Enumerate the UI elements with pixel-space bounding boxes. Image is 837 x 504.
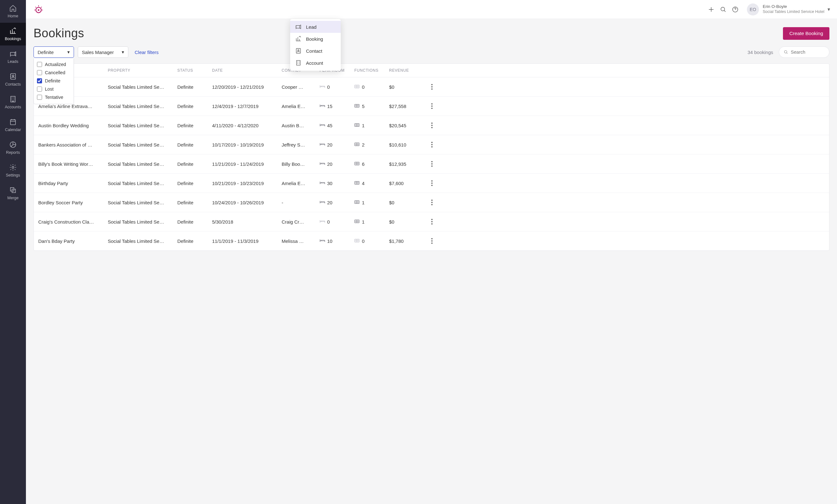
- leads-icon: [9, 50, 17, 57]
- cell-name: Craig's Construction Cla…: [38, 219, 108, 225]
- col-status[interactable]: STATUS: [177, 68, 212, 73]
- status-option[interactable]: Actualized: [37, 60, 71, 69]
- row-menu-button[interactable]: [424, 142, 440, 148]
- clear-filters-link[interactable]: Clear filters: [135, 50, 159, 55]
- status-option[interactable]: Tentative: [37, 93, 71, 101]
- table-row[interactable]: … Will Be …Social Tables Limited Se…Defi…: [34, 77, 829, 97]
- reports-icon: [9, 141, 17, 148]
- col-property[interactable]: PROPERTY: [108, 68, 177, 73]
- status-option-checkbox[interactable]: [37, 78, 42, 83]
- cell-peak-room: 45: [320, 123, 354, 128]
- cell-functions: 4: [354, 181, 389, 186]
- sidebar-item-label: Settings: [6, 173, 20, 178]
- col-date[interactable]: DATE: [212, 68, 282, 73]
- row-menu-button[interactable]: [424, 180, 440, 186]
- table-search-input[interactable]: [791, 50, 825, 55]
- status-option[interactable]: Definite: [37, 77, 71, 85]
- cell-property: Social Tables Limited Se…: [108, 219, 177, 225]
- cell-contact: Amelia E…: [282, 104, 320, 109]
- sidebar-item-contacts[interactable]: Contacts: [0, 68, 26, 91]
- svg-point-37: [431, 146, 432, 148]
- status-option[interactable]: Lost: [37, 85, 71, 93]
- cell-property: Social Tables Limited Se…: [108, 181, 177, 186]
- sidebar-item-leads[interactable]: Leads: [0, 45, 26, 68]
- svg-point-1: [12, 75, 14, 77]
- status-option-checkbox[interactable]: [37, 87, 42, 92]
- sidebar-item-merge[interactable]: Merge: [0, 182, 26, 205]
- row-menu-button[interactable]: [424, 199, 440, 206]
- bed-icon: [320, 142, 325, 147]
- table-row[interactable]: Austin Bordley WeddingSocial Tables Limi…: [34, 116, 829, 135]
- contact-icon: [295, 48, 302, 54]
- row-menu-button[interactable]: [424, 161, 440, 167]
- row-menu-button[interactable]: [424, 238, 440, 244]
- svg-point-43: [431, 180, 432, 182]
- sidebar-item-settings[interactable]: Settings: [0, 159, 26, 182]
- search-button[interactable]: [717, 3, 729, 16]
- svg-point-23: [431, 84, 432, 85]
- cell-contact: Amelia E…: [282, 181, 320, 186]
- table-search[interactable]: [779, 46, 830, 58]
- cell-functions: 0: [354, 238, 389, 244]
- svg-point-47: [431, 200, 432, 201]
- table-row[interactable]: Craig's Construction Cla…Social Tables L…: [34, 212, 829, 231]
- grid-icon: [354, 123, 360, 127]
- add-menu-account[interactable]: Account: [290, 57, 341, 69]
- status-option[interactable]: Cancelled: [37, 69, 71, 77]
- sidebar-item-bookings[interactable]: Bookings: [0, 23, 26, 45]
- add-menu-contact[interactable]: Contact: [290, 45, 341, 57]
- svg-point-39: [431, 161, 432, 162]
- sidebar-item-accounts[interactable]: Accounts: [0, 91, 26, 114]
- sidebar: Home Bookings Leads Contacts Accounts Ca…: [0, 0, 26, 504]
- row-menu-button[interactable]: [424, 84, 440, 90]
- sidebar-item-reports[interactable]: Reports: [0, 136, 26, 159]
- status-option-checkbox[interactable]: [37, 70, 42, 75]
- add-menu-booking[interactable]: Booking: [290, 33, 341, 45]
- svg-point-28: [431, 106, 432, 107]
- row-menu-button[interactable]: [424, 122, 440, 129]
- row-menu-button[interactable]: [424, 219, 440, 225]
- create-booking-button[interactable]: Create Booking: [783, 27, 830, 40]
- add-menu-item-label: Lead: [306, 24, 316, 30]
- table-row[interactable]: Birthday PartySocial Tables Limited Se…D…: [34, 174, 829, 193]
- svg-point-41: [431, 166, 432, 167]
- help-button[interactable]: [729, 3, 741, 16]
- status-option-checkbox[interactable]: [37, 62, 42, 67]
- cell-date: 10/17/2019 - 10/19/2019: [212, 142, 282, 148]
- svg-point-31: [431, 123, 432, 124]
- cell-revenue: $0: [389, 219, 424, 225]
- user-menu[interactable]: EO Erin O-Boyle Social Tables Limited Se…: [747, 3, 830, 16]
- svg-point-45: [431, 185, 432, 186]
- add-button[interactable]: [705, 3, 717, 16]
- col-revenue[interactable]: REVENUE: [389, 68, 424, 73]
- contacts-icon: [9, 73, 17, 80]
- row-menu-button[interactable]: [424, 103, 440, 109]
- add-menu-lead[interactable]: Lead: [290, 21, 341, 33]
- grid-icon: [354, 142, 360, 147]
- svg-point-9: [38, 9, 39, 11]
- sidebar-item-home[interactable]: Home: [0, 0, 26, 23]
- user-org: Social Tables Limited Service Hotel: [763, 10, 824, 15]
- sidebar-item-calendar[interactable]: Calendar: [0, 114, 26, 136]
- col-functions[interactable]: FUNCTIONS: [354, 68, 389, 73]
- table-row[interactable]: Amelia's Airline Extrava…Social Tables L…: [34, 97, 829, 116]
- table-row[interactable]: Bankers Association of …Social Tables Li…: [34, 135, 829, 154]
- svg-point-36: [431, 144, 432, 145]
- status-option-checkbox[interactable]: [37, 95, 42, 100]
- sidebar-item-label: Leads: [7, 59, 18, 64]
- cell-date: 10/24/2019 - 10/26/2019: [212, 200, 282, 205]
- table-row[interactable]: Bordley Soccer PartySocial Tables Limite…: [34, 193, 829, 212]
- merge-icon: [9, 186, 17, 194]
- caret-down-icon: ▾: [122, 49, 124, 55]
- cell-property: Social Tables Limited Se…: [108, 84, 177, 90]
- table-row[interactable]: Dan's Bday PartySocial Tables Limited Se…: [34, 231, 829, 250]
- table-row[interactable]: Billy's Book Writing Wor…Social Tables L…: [34, 154, 829, 174]
- svg-point-5: [12, 166, 14, 168]
- caret-down-icon: ▾: [67, 49, 70, 55]
- role-filter[interactable]: Sales Manager ▾: [78, 46, 128, 58]
- cell-contact: -: [282, 200, 320, 205]
- cell-contact: Craig Cr…: [282, 219, 320, 225]
- status-filter[interactable]: Definite ▾ ActualizedCancelledDefiniteLo…: [34, 46, 74, 58]
- bed-icon: [320, 200, 325, 204]
- cell-name: Dan's Bday Party: [38, 238, 108, 244]
